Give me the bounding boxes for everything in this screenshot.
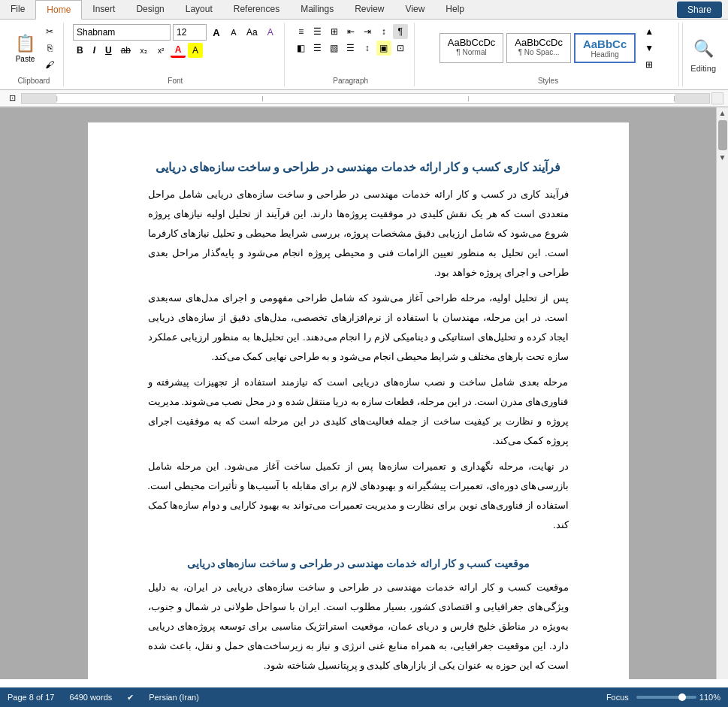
styles-group: AaBbCcDc ¶ Normal AaBbCcDc ¶ No Spac... … bbox=[418, 23, 680, 86]
tab-home[interactable]: Home bbox=[35, 0, 82, 20]
tab-view[interactable]: View bbox=[395, 0, 436, 19]
show-formatting-button[interactable]: ¶ bbox=[393, 24, 408, 39]
scroll-up-arrow[interactable]: ▲ bbox=[719, 109, 726, 117]
subscript-button[interactable]: x₂ bbox=[136, 43, 151, 58]
doc-area: فرآیند کاری کسب و کار ارائه خدمات مهندسی… bbox=[0, 107, 716, 679]
language-indicator: Persian (Iran) bbox=[149, 693, 199, 702]
ribbon-tab-bar: File Home Insert Design Layout Reference… bbox=[0, 0, 728, 20]
scroll-down-arrow[interactable]: ▼ bbox=[719, 153, 726, 162]
multilevel-list-button[interactable]: ⊞ bbox=[327, 24, 342, 39]
style-no-spacing[interactable]: AaBbCcDc ¶ No Spac... bbox=[506, 33, 571, 63]
style-heading1-label: Heading bbox=[583, 50, 627, 59]
doc-page: فرآیند کاری کسب و کار ارائه خدمات مهندسی… bbox=[88, 122, 629, 679]
ribbon: File Home Insert Design Layout Reference… bbox=[0, 0, 728, 107]
style-no-spacing-label: ¶ No Spac... bbox=[515, 48, 563, 56]
paste-icon: 📋 bbox=[15, 34, 35, 53]
vertical-scrollbar[interactable]: ▲ ▼ bbox=[716, 107, 728, 679]
ribbon-body: 📋 Paste ✂ ⎘ 🖌 Clipboard A A Aa bbox=[0, 20, 728, 90]
paragraph-group: ≡ ☰ ⊞ ⇤ ⇥ ↕ ¶ ◧ ☰ ▧ ☰ ↕ ▣ ⊡ Pa bbox=[288, 23, 415, 86]
bullets-button[interactable]: ≡ bbox=[294, 24, 309, 39]
line-spacing-button[interactable]: ↕ bbox=[360, 41, 375, 56]
ruler-mark: | bbox=[673, 95, 675, 101]
styles-scroll-up[interactable]: ▲ bbox=[642, 24, 657, 39]
borders-button[interactable]: ⊡ bbox=[393, 41, 408, 56]
page-indicator: Page 8 of 17 bbox=[8, 693, 54, 702]
superscript-button[interactable]: x² bbox=[153, 43, 168, 58]
decrease-indent-button[interactable]: ⇤ bbox=[343, 24, 358, 39]
tab-review[interactable]: Review bbox=[344, 0, 394, 19]
styles-content: AaBbCcDc ¶ Normal AaBbCcDc ¶ No Spac... … bbox=[440, 24, 657, 72]
ruler-corner[interactable] bbox=[711, 92, 723, 104]
tab-insert[interactable]: Insert bbox=[82, 0, 125, 19]
font-color-button[interactable]: A bbox=[171, 43, 186, 58]
doc-wrapper: فرآیند کاری کسب و کار ارائه خدمات مهندسی… bbox=[0, 107, 728, 679]
ruler-mark: | bbox=[262, 95, 264, 101]
change-case-button[interactable]: Aa bbox=[243, 25, 261, 40]
doc-para-1: فرآیند کاری در کسب و کار ارائه خدمات مهن… bbox=[148, 185, 569, 282]
font-size-input[interactable] bbox=[173, 24, 207, 41]
tab-help[interactable]: Help bbox=[435, 0, 475, 19]
style-heading1[interactable]: AaBbCc Heading bbox=[574, 33, 636, 63]
underline-button[interactable]: U bbox=[101, 44, 116, 57]
sort-button[interactable]: ↕ bbox=[376, 24, 391, 39]
style-normal[interactable]: AaBbCcDc ¶ Normal bbox=[440, 33, 504, 63]
ruler-bar: ⊡ | | | | bbox=[0, 90, 728, 107]
align-center-button[interactable]: ☰ bbox=[310, 41, 325, 56]
styles-group-label: Styles bbox=[538, 75, 558, 85]
style-normal-preview: AaBbCcDc bbox=[448, 37, 496, 48]
doc-para-4: در نهایت، مرحله نگهداری و تعمیرات سازه‌ه… bbox=[148, 457, 569, 535]
zoom-bar[interactable] bbox=[636, 696, 696, 699]
font-group: A A Aa A B I U ab x₂ x² A A Font bbox=[67, 23, 285, 86]
align-right-button[interactable]: ▧ bbox=[327, 41, 342, 56]
ruler-toggle[interactable]: ⊡ bbox=[5, 91, 20, 106]
status-bar: Page 8 of 17 6490 words ✔ Persian (Iran)… bbox=[0, 687, 728, 707]
styles-scroll-down[interactable]: ▼ bbox=[642, 41, 657, 56]
styles-more[interactable]: ⊞ bbox=[642, 57, 657, 72]
font-content: A A Aa A B I U ab x₂ x² A A bbox=[73, 24, 278, 72]
shading-button[interactable]: ▣ bbox=[376, 41, 391, 56]
search-icon: 🔍 bbox=[693, 39, 714, 59]
ruler: | | | | bbox=[21, 93, 710, 104]
zoom-thumb bbox=[678, 693, 686, 701]
numbering-button[interactable]: ☰ bbox=[310, 24, 325, 39]
doc-para-2: پس از تحلیل اولیه، مرحله طراحی آغاز می‌ش… bbox=[148, 289, 569, 367]
word-count: 6490 words bbox=[69, 693, 112, 702]
search-button[interactable]: 🔍 bbox=[691, 37, 716, 61]
italic-button[interactable]: I bbox=[89, 44, 99, 57]
tab-mailings[interactable]: Mailings bbox=[290, 0, 344, 19]
align-left-button[interactable]: ◧ bbox=[294, 41, 309, 56]
style-normal-label: ¶ Normal bbox=[448, 48, 496, 56]
strikethrough-button[interactable]: ab bbox=[118, 43, 134, 58]
style-no-spacing-preview: AaBbCcDc bbox=[515, 37, 563, 48]
scroll-thumb[interactable] bbox=[718, 120, 727, 150]
font-grow-button[interactable]: A bbox=[209, 25, 224, 40]
justify-button[interactable]: ☰ bbox=[343, 41, 358, 56]
editing-label: Editing bbox=[690, 64, 716, 73]
format-painter-button[interactable]: 🖌 bbox=[42, 57, 57, 72]
tab-file[interactable]: File bbox=[0, 0, 35, 19]
main-heading: فرآیند کاری کسب و کار ارائه خدمات مهندسی… bbox=[148, 160, 569, 174]
clipboard-group: 📋 Paste ✂ ⎘ 🖌 Clipboard bbox=[5, 23, 64, 86]
clipboard-content: 📋 Paste ✂ ⎘ 🖌 bbox=[11, 24, 57, 72]
paste-button[interactable]: 📋 Paste bbox=[11, 31, 40, 66]
status-right: Focus 110% bbox=[606, 693, 720, 702]
copy-button[interactable]: ⎘ bbox=[42, 41, 57, 56]
highlight-button[interactable]: A bbox=[188, 43, 203, 58]
tab-references[interactable]: References bbox=[223, 0, 290, 19]
text-effects-button[interactable]: A bbox=[263, 25, 278, 40]
ruler-mark: | bbox=[467, 95, 469, 101]
style-heading1-preview: AaBbCc bbox=[583, 38, 627, 50]
share-button[interactable]: Share bbox=[677, 2, 722, 18]
increase-indent-button[interactable]: ⇥ bbox=[360, 24, 375, 39]
clipboard-label: Clipboard bbox=[18, 75, 50, 85]
font-name-input[interactable] bbox=[73, 24, 171, 41]
tab-design[interactable]: Design bbox=[125, 0, 174, 19]
tab-layout[interactable]: Layout bbox=[175, 0, 223, 19]
focus-button[interactable]: Focus bbox=[606, 693, 629, 702]
cut-button[interactable]: ✂ bbox=[42, 24, 57, 39]
proofing-icon: ✔ bbox=[127, 693, 134, 702]
editing-panel: 🔍 Editing bbox=[682, 23, 723, 86]
bold-button[interactable]: B bbox=[73, 44, 87, 57]
ruler-mark: | bbox=[56, 95, 58, 101]
font-shrink-button[interactable]: A bbox=[226, 25, 241, 40]
